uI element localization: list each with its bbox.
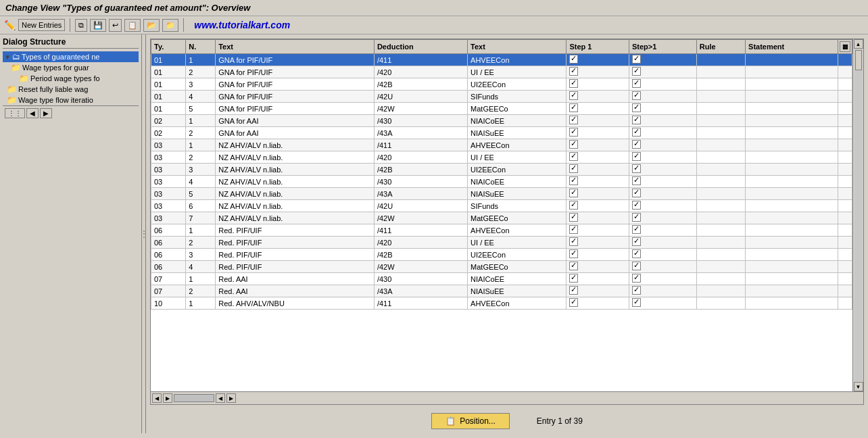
cell-step1[interactable] <box>566 188 629 200</box>
grid-icon-button[interactable]: ▦ <box>840 41 850 52</box>
cell-step-gt1[interactable] <box>629 176 696 188</box>
cell-step1-checkbox[interactable] <box>569 103 578 112</box>
cell-step-gt1-checkbox[interactable] <box>632 91 641 100</box>
cell-step1[interactable] <box>566 127 629 139</box>
table-row[interactable]: 032NZ AHV/ALV n.liab./420UI / EE <box>151 151 852 164</box>
copy-button[interactable]: ⧉ <box>75 19 87 32</box>
undo-button[interactable]: ↩ <box>109 19 122 32</box>
cell-step1[interactable] <box>566 273 629 285</box>
col-no[interactable]: N. <box>186 40 216 54</box>
table-row[interactable]: 031NZ AHV/ALV n.liab./411AHVEECon <box>151 139 852 151</box>
cell-step-gt1-checkbox[interactable] <box>632 103 641 112</box>
table-row[interactable]: 013GNA for PIF/UIF/42BUI2EECon <box>151 78 852 91</box>
cell-step1[interactable] <box>566 91 629 103</box>
col-text2[interactable]: Text <box>468 40 566 54</box>
cell-step1-checkbox[interactable] <box>569 152 578 161</box>
cell-step1[interactable] <box>566 297 629 310</box>
cell-step1-checkbox[interactable] <box>569 116 578 124</box>
col-step-gt1[interactable]: Step>1 <box>629 40 696 54</box>
cell-step-gt1-checkbox[interactable] <box>632 128 641 137</box>
cell-step-gt1[interactable] <box>629 54 696 66</box>
table-row[interactable]: 015GNA for PIF/UIF/42WMatGEECo <box>151 103 852 115</box>
cell-step-gt1-checkbox[interactable] <box>632 286 641 295</box>
cell-step1-checkbox[interactable] <box>569 55 578 64</box>
cell-step1-checkbox[interactable] <box>569 189 578 197</box>
table-row[interactable]: 021GNA for AAI/430NIAICoEE <box>151 115 852 127</box>
cell-step-gt1[interactable] <box>629 285 696 297</box>
cell-step-gt1-checkbox[interactable] <box>632 249 641 258</box>
cell-step-gt1-checkbox[interactable] <box>632 298 641 307</box>
scroll-up-btn[interactable]: ▲ <box>854 39 863 49</box>
cell-step-gt1[interactable] <box>629 273 696 285</box>
table-row[interactable]: 011GNA for PIF/UIF/411AHVEECon <box>151 54 852 66</box>
sidebar-item-reset[interactable]: 📁 Reset fully liable wag <box>3 84 139 95</box>
cell-step1-checkbox[interactable] <box>569 225 578 234</box>
cell-step1[interactable] <box>566 164 629 176</box>
cell-step1[interactable] <box>566 103 629 115</box>
cell-step1[interactable] <box>566 66 629 78</box>
cell-step-gt1[interactable] <box>629 261 696 273</box>
panel-expand-btn[interactable]: ⋮⋮ <box>5 108 25 118</box>
cell-step1[interactable] <box>566 78 629 91</box>
cell-step-gt1-checkbox[interactable] <box>632 274 641 283</box>
cell-step-gt1[interactable] <box>629 249 696 261</box>
position-button[interactable]: 📋 Position... <box>431 413 510 429</box>
cell-step-gt1[interactable] <box>629 66 696 78</box>
cell-step-gt1[interactable] <box>629 164 696 176</box>
cell-step-gt1-checkbox[interactable] <box>632 213 641 222</box>
scroll-right-end-btn[interactable]: ▶ <box>226 393 236 403</box>
table-row[interactable]: 036NZ AHV/ALV n.liab./42USIFunds <box>151 200 852 212</box>
table-row[interactable]: 022GNA for AAI/43ANIAISuEE <box>151 127 852 139</box>
cell-step1[interactable] <box>566 54 629 66</box>
cell-step-gt1[interactable] <box>629 78 696 91</box>
cell-step-gt1-checkbox[interactable] <box>632 164 641 173</box>
cell-step1[interactable] <box>566 139 629 151</box>
cell-step1-checkbox[interactable] <box>569 176 578 185</box>
scroll-left-end-btn[interactable]: ◀ <box>216 393 225 403</box>
cell-step-gt1[interactable] <box>629 188 696 200</box>
table-row[interactable]: 035NZ AHV/ALV n.liab./43ANIAISuEE <box>151 188 852 200</box>
cell-step-gt1-checkbox[interactable] <box>632 225 641 234</box>
cell-step1-checkbox[interactable] <box>569 164 578 173</box>
table-row[interactable]: 037NZ AHV/ALV n.liab./42WMatGEECo <box>151 212 852 224</box>
col-statement[interactable]: Statement <box>746 40 838 54</box>
new-entries-button[interactable]: New Entries <box>18 19 65 31</box>
cell-step-gt1[interactable] <box>629 224 696 237</box>
cell-step1[interactable] <box>566 212 629 224</box>
cell-step1[interactable] <box>566 176 629 188</box>
cell-step1-checkbox[interactable] <box>569 286 578 295</box>
cell-step1-checkbox[interactable] <box>569 91 578 100</box>
col-rule[interactable]: Rule <box>696 40 745 54</box>
cell-step1[interactable] <box>566 237 629 249</box>
scroll-thumb-horizontal[interactable] <box>174 394 214 402</box>
scroll-thumb-vertical[interactable] <box>855 50 862 70</box>
toolbar-btn-5[interactable]: 📋 <box>124 19 141 32</box>
cell-step-gt1[interactable] <box>629 212 696 224</box>
cell-step-gt1[interactable] <box>629 297 696 310</box>
cell-step1-checkbox[interactable] <box>569 201 578 210</box>
sidebar-item-period-wage-types[interactable]: 📁 Period wage types fo <box>3 73 139 84</box>
table-row[interactable]: 033NZ AHV/ALV n.liab./42BUI2EECon <box>151 164 852 176</box>
cell-step-gt1[interactable] <box>629 127 696 139</box>
cell-step-gt1-checkbox[interactable] <box>632 189 641 197</box>
cell-step1[interactable] <box>566 261 629 273</box>
cell-step-gt1-checkbox[interactable] <box>632 201 641 210</box>
cell-step1[interactable] <box>566 151 629 164</box>
cell-step-gt1[interactable] <box>629 103 696 115</box>
cell-step1-checkbox[interactable] <box>569 274 578 283</box>
cell-step-gt1[interactable] <box>629 200 696 212</box>
cell-step-gt1-checkbox[interactable] <box>632 116 641 124</box>
table-wrapper[interactable]: Ty. N. Text Deduction Text Step 1 Step>1… <box>151 39 852 391</box>
panel-nav-left[interactable]: ◀ <box>26 108 39 118</box>
scroll-left-btn[interactable]: ◀ <box>152 393 162 403</box>
table-row[interactable]: 071Red. AAI/430NIAICoEE <box>151 273 852 285</box>
cell-step-gt1-checkbox[interactable] <box>632 262 641 270</box>
cell-step1-checkbox[interactable] <box>569 79 578 88</box>
cell-step1-checkbox[interactable] <box>569 298 578 307</box>
cell-step1[interactable] <box>566 200 629 212</box>
col-deduction[interactable]: Deduction <box>374 40 467 54</box>
cell-step-gt1[interactable] <box>629 91 696 103</box>
cell-step-gt1-checkbox[interactable] <box>632 237 641 246</box>
cell-step1[interactable] <box>566 285 629 297</box>
scroll-down-btn[interactable]: ▼ <box>854 382 863 391</box>
